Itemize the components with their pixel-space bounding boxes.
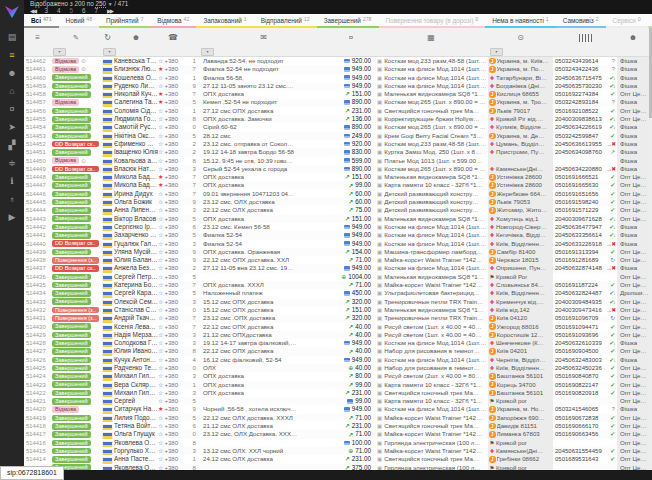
tracking-cell[interactable]: 20450633356614✔↓ (553, 231, 617, 239)
tab-7[interactable]: Повернення товару (в дорозі)0 (379, 14, 486, 28)
customer-name[interactable]: Кошелева Ольга Ар… (114, 74, 158, 82)
status-cell[interactable]: Відмова⊙ (51, 57, 101, 65)
tracking-cell[interactable]: 0503243422436? (553, 65, 617, 73)
table-row[interactable]: 514457 Відмова Салегина Татьяна С… ★+380… (24, 98, 649, 106)
tracking-cell[interactable]: 20400309473416→✖ (553, 306, 617, 314)
comment-cell[interactable]: 27.12 смс ОПХ доставка (199, 107, 328, 115)
table-row[interactable]: 514449 DD Возврат ск.. Власюк Наталья ☆+… (24, 165, 649, 173)
table-row[interactable]: 514424 Завершений Михаил Гилецкий ☆+380 … (24, 372, 649, 380)
tracking-cell[interactable]: 20450636613955→✖ (553, 140, 617, 148)
customer-name[interactable]: Гуцалюк Галина (114, 240, 158, 248)
phone-cell[interactable]: ☆+380 (158, 123, 188, 131)
barcode-icon[interactable] (553, 34, 617, 42)
phone-cell[interactable]: ☆+380 (158, 381, 188, 389)
table-row[interactable]: 514459 Завершений Руденко Лидия Пав… ☆+3… (24, 82, 649, 90)
status-cell[interactable]: Відмова (51, 98, 101, 106)
customer-name[interactable]: Єфименко Ніна (114, 140, 158, 148)
customer-name[interactable]: Яковлева Оксана (114, 439, 158, 447)
table-row[interactable]: 514447 Завершений Микола Бадражан ★+380 … (24, 181, 649, 189)
status-cell[interactable]: Завершений (51, 372, 101, 380)
status-cell[interactable]: Завершений (51, 364, 101, 372)
tracking-cell[interactable]: 20450634220880→✖ (553, 165, 617, 173)
table-row[interactable]: 514438 Повернення (з.. Юлия Баланюк ☆+38… (24, 256, 649, 264)
customer-name[interactable]: Радченко Тетяна (114, 364, 158, 372)
table-row[interactable]: 514452 DD Возврат ск.. Єфименко Ніна ☆+3… (24, 140, 649, 148)
customer-name[interactable]: Анна Липенська (114, 206, 158, 214)
tracking-cell[interactable] (553, 397, 617, 405)
star-icon[interactable]: ☆ (158, 324, 163, 330)
comment-cell[interactable]: 19.12 14-18 завтра Бордо 56-58 (199, 148, 328, 156)
phone-cell[interactable]: ☆+380 (158, 397, 188, 405)
status-cell[interactable]: DD Возврат ск.. (51, 264, 101, 272)
payment-icon[interactable]: ¤ (328, 33, 374, 42)
customer-name[interactable]: Тетяна Войтович (114, 422, 158, 430)
customer-name[interactable]: Руденко Лидия Пав… (114, 82, 158, 90)
phone-cell[interactable]: ☆+380 (158, 198, 188, 206)
table-row[interactable]: 514455 Завершений Людмила Гончарова ☆+38… (24, 115, 649, 123)
id-menu-icon[interactable]: ≡ (24, 33, 51, 42)
table-row[interactable]: 514431 Повернення (з.. Андрій Ткаченко ☆… (24, 314, 649, 322)
phone-cell[interactable]: ☆+380 (158, 314, 188, 322)
phone-cell[interactable]: ★+380 (158, 90, 188, 98)
comment-cell[interactable]: 23.12 смс. Кемел 56-58 (199, 223, 328, 231)
comment-cell[interactable]: 19.12 14-17 завтра фіалковий,… (199, 339, 328, 347)
phone-cell[interactable]: ☆+380 (158, 240, 188, 248)
comment-cell[interactable]: 22.12 смс ОПХ доставка (199, 323, 328, 331)
customer-name[interactable]: Михаил Гилецкий (114, 372, 158, 380)
comment-cell[interactable]: ОПХ доставка. Оранжевая (199, 248, 328, 256)
comment-cell[interactable]: 15.12 смс ОПХ доставка (199, 298, 328, 306)
comment-cell[interactable]: 28.12 смс (199, 132, 328, 140)
table-row[interactable]: 514451 Завершений Іващенко Юлія ☆+380 2 … (24, 148, 649, 156)
star-icon[interactable]: ☆ (158, 257, 163, 263)
table-row[interactable]: 514437 DD Возврат ск.. Анжела Безушку ☆+… (24, 264, 649, 272)
comment-cell[interactable]: Серый 52-54 уехала с города (199, 165, 328, 173)
star-icon[interactable]: ☆ (158, 348, 163, 354)
phone-cell[interactable]: ☆+380 (158, 281, 188, 289)
customer-name[interactable]: Юлия Баланюк (114, 256, 158, 264)
customer-name[interactable]: Николай Кучеренко (114, 90, 158, 98)
comment-cell[interactable]: 22.12 смс ОПХ доставка (199, 347, 328, 355)
phone-cell[interactable]: ★+380 (158, 98, 188, 106)
status-cell[interactable]: Завершений (51, 74, 101, 82)
customer-name[interactable]: Михаил Гилецкий (114, 389, 158, 397)
tracking-cell[interactable]: 0501689531643✔ (553, 455, 617, 463)
location-icon[interactable]: ⊙ (488, 33, 553, 42)
tracking-cell[interactable]: 0501691313394✔ (553, 248, 617, 256)
tracking-cell[interactable]: 20450632450236✔ (553, 364, 617, 372)
table-row[interactable]: 514460 Завершений Кошелева Ольга Ар… ☆+3… (24, 74, 649, 82)
status-cell[interactable]: Завершений (51, 215, 101, 223)
comment-cell[interactable]: 23.12 смс. ОЛХ Доставка. ХХХ… (199, 430, 328, 438)
table-row[interactable]: 514428 Завершений Солодкова Галина ☆+380… (24, 339, 649, 347)
star-icon[interactable]: ☆ (158, 216, 163, 222)
tab-10[interactable]: Сервіси0 (606, 14, 648, 28)
phone-cell[interactable]: ☆+380 (158, 331, 188, 339)
phone-cell[interactable]: ☆+380 (158, 289, 188, 297)
table-row[interactable]: 514423 Завершений Вера Скляренко ☆+380 1… (24, 381, 649, 389)
tracking-cell[interactable]: 0501691666521✔ (553, 173, 617, 181)
star-icon[interactable]: ☆ (158, 141, 163, 147)
table-row[interactable]: 514425 Завершений Радченко Тетяна ☆+380 … (24, 364, 649, 372)
status-cell[interactable]: Завершений (51, 447, 101, 455)
tab-0[interactable]: Всі471 (24, 14, 59, 28)
star-icon[interactable]: ★ (158, 66, 163, 72)
status-cell[interactable]: Завершений (51, 356, 101, 364)
customer-name[interactable]: Нікітіна Оксана Дми… (114, 132, 158, 140)
tracking-cell[interactable]: 20400309671628✔↓ (553, 215, 617, 223)
phone-cell[interactable]: ★+380 (158, 405, 188, 413)
tracking-cell[interactable]: 0503241546065? (553, 405, 617, 413)
status-cell[interactable]: Завершений (51, 248, 101, 256)
star-icon[interactable]: ☆ (158, 390, 163, 396)
tracking-cell[interactable]: 0501691096709↻ (553, 314, 617, 322)
phone-cell[interactable]: ☆+380 (158, 306, 188, 314)
table-row[interactable]: 514462 Відмова⊙ Каневська Тамара ☆+380 1… (24, 57, 649, 65)
tracking-cell[interactable]: 20450632610339✔↓ (553, 339, 617, 347)
status-cell[interactable]: Завершений (51, 181, 101, 189)
customer-name[interactable]: Людмила Гончарова (114, 115, 158, 123)
star-icon[interactable]: ★ (158, 174, 163, 180)
broadcast-icon[interactable]: ➤ (0, 118, 24, 136)
star-icon[interactable]: ☆ (158, 382, 163, 388)
tracking-cell[interactable]: 0501691598240✔ (553, 198, 617, 206)
tracking-cell[interactable]: 0501691093696✔ (553, 331, 617, 339)
info-icon[interactable]: ℹ (0, 172, 24, 190)
customer-name[interactable]: Вера Скляренко (114, 381, 158, 389)
